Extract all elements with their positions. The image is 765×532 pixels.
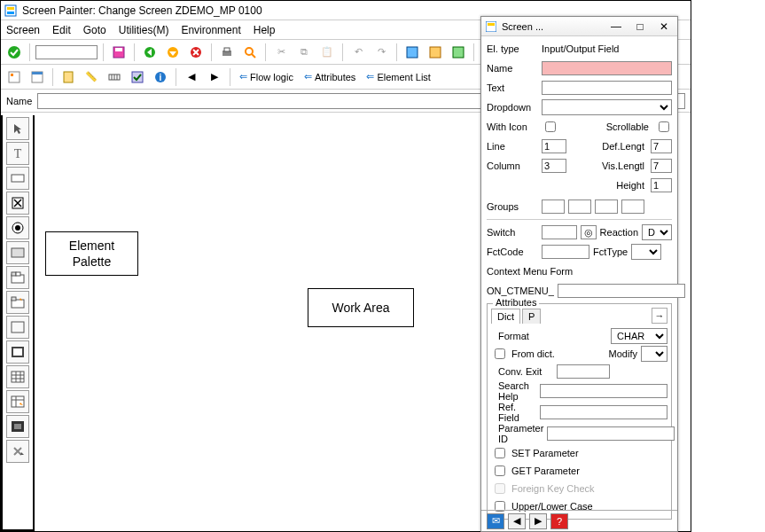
menu-screen[interactable]: Screen	[6, 24, 40, 36]
maximize-icon[interactable]: □	[630, 20, 650, 34]
svg-rect-40	[12, 297, 16, 301]
nav-help-icon[interactable]: ?	[550, 513, 568, 529]
layout2-icon[interactable]	[425, 43, 445, 62]
set-parameter-checkbox[interactable]	[495, 448, 505, 458]
flow-logic-button[interactable]: ⇐Flow logic	[236, 67, 297, 87]
radio-button-tool-icon[interactable]	[6, 216, 29, 239]
text-field-tool-icon[interactable]: T	[6, 142, 29, 165]
annotation-work-area: Work Area	[308, 288, 414, 327]
window-icon[interactable]	[27, 67, 47, 87]
parameter-id-input[interactable]	[547, 426, 675, 441]
ok-icon[interactable]	[4, 43, 24, 62]
set-parameter-label: SET Parameter	[511, 448, 579, 458]
undo-icon[interactable]: ↶	[348, 43, 368, 62]
tab-program[interactable]: P	[522, 309, 541, 324]
element-list-button[interactable]: ⇐Element List	[363, 67, 434, 87]
tabstrip-tool-icon[interactable]	[6, 266, 29, 289]
switch-browse-icon[interactable]: ◎	[581, 225, 597, 239]
table-wizard-tool-icon[interactable]	[6, 390, 29, 413]
nav-next-icon[interactable]: ▶	[529, 513, 547, 529]
context-menu-prefix: ON_CTMENU_	[487, 286, 554, 296]
dictionary-icon[interactable]	[59, 67, 78, 87]
info-icon[interactable]: i	[151, 67, 170, 87]
cancel-icon[interactable]	[186, 43, 206, 62]
input-field-tool-icon[interactable]	[6, 167, 29, 190]
parameter-id-label: Parameter ID	[491, 423, 543, 444]
format-select[interactable]: CHAR	[611, 328, 667, 344]
grill-icon[interactable]	[105, 67, 124, 87]
group1-input[interactable]	[542, 200, 565, 214]
cut-icon[interactable]: ✂	[271, 43, 291, 62]
menu-utilities[interactable]: Utilities(M)	[119, 24, 169, 36]
find-icon[interactable]	[240, 43, 260, 62]
conv-exit-label: Conv. Exit	[491, 366, 553, 377]
with-icon-checkbox[interactable]	[545, 121, 556, 132]
tab-dict[interactable]: Dict	[491, 309, 520, 324]
ref-field-label: Ref. Field	[491, 402, 536, 423]
float-app-icon	[485, 20, 497, 33]
tabstrip-wizard-tool-icon[interactable]	[6, 291, 29, 314]
height-input[interactable]	[651, 178, 672, 192]
text-prop-input[interactable]	[542, 81, 672, 95]
tab-next-icon[interactable]: →	[652, 308, 667, 324]
group4-input[interactable]	[621, 200, 644, 214]
attributes-button[interactable]: ⇐Attributes	[301, 67, 359, 87]
conv-exit-input[interactable]	[557, 364, 610, 379]
layout1-icon[interactable]	[402, 43, 422, 62]
close-icon[interactable]: ✕	[654, 20, 674, 34]
next-icon[interactable]: ▶	[205, 67, 224, 87]
subscreen-tool-icon[interactable]	[6, 340, 29, 364]
column-input[interactable]	[542, 159, 566, 173]
screen-attributes-icon[interactable]	[4, 67, 24, 87]
menu-edit[interactable]: Edit	[52, 24, 71, 36]
group3-input[interactable]	[595, 200, 618, 214]
exit-icon[interactable]	[163, 43, 183, 62]
custom-control-tool-icon[interactable]	[6, 415, 29, 438]
nav-prev-icon[interactable]: ◀	[508, 513, 526, 529]
scrollable-label: Scrollable	[605, 121, 652, 132]
mail-icon[interactable]: ✉	[487, 513, 504, 529]
get-parameter-checkbox[interactable]	[495, 466, 505, 476]
modify-select[interactable]	[641, 346, 667, 362]
minimize-icon[interactable]: —	[606, 20, 626, 34]
redo-icon[interactable]: ↷	[371, 43, 391, 62]
from-dict-checkbox[interactable]	[495, 348, 505, 359]
search-help-input[interactable]	[540, 384, 667, 398]
def-length-input[interactable]	[651, 139, 672, 153]
checkbox-tool-icon[interactable]	[6, 192, 29, 215]
switch-input[interactable]	[542, 225, 577, 239]
dropdown-prop-select[interactable]	[542, 99, 672, 115]
context-menu-input[interactable]	[558, 284, 685, 298]
name-prop-input[interactable]	[542, 61, 672, 75]
ruler-icon[interactable]: 📏	[82, 67, 101, 87]
scrollable-checkbox[interactable]	[659, 121, 669, 132]
command-field[interactable]	[35, 45, 98, 59]
prev-icon[interactable]: ◀	[182, 67, 201, 87]
menu-help[interactable]: Help	[254, 24, 276, 36]
box-tool-icon[interactable]	[6, 316, 29, 339]
table-control-tool-icon[interactable]	[6, 365, 29, 388]
print-icon[interactable]	[217, 43, 237, 62]
layout3-icon[interactable]	[449, 43, 468, 62]
pointer-tool-icon[interactable]	[6, 117, 29, 140]
line-input[interactable]	[542, 139, 566, 153]
paste-icon[interactable]: 📋	[317, 43, 337, 62]
menu-environment[interactable]: Environment	[181, 24, 240, 36]
group2-input[interactable]	[568, 200, 591, 214]
save-icon[interactable]	[109, 43, 129, 62]
pushbutton-tool-icon[interactable]	[6, 241, 29, 264]
fcttype-select[interactable]	[631, 244, 661, 260]
ref-field-input[interactable]	[540, 405, 667, 419]
check-icon[interactable]	[128, 67, 147, 87]
status-icon-tool-icon[interactable]	[6, 440, 29, 463]
context-menu-label: Context Menu Form	[487, 266, 573, 277]
svg-rect-55	[488, 23, 495, 26]
back-icon[interactable]	[140, 43, 160, 62]
float-body: El. type Input/Output Field Name Text Dr…	[481, 36, 677, 523]
fctcode-input[interactable]	[542, 245, 589, 259]
vis-length-input[interactable]	[651, 159, 672, 173]
line-label: Line	[487, 141, 538, 152]
reaction-select[interactable]: D	[642, 224, 672, 240]
copy-icon[interactable]: ⧉	[294, 43, 314, 62]
menu-goto[interactable]: Goto	[83, 24, 106, 36]
